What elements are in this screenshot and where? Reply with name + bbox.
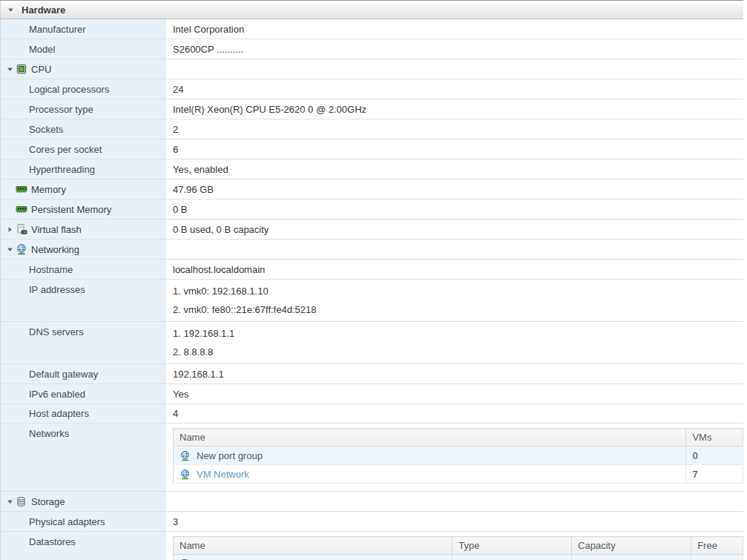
storage-section-label: Storage: [31, 496, 65, 507]
section-storage[interactable]: Storage: [1, 492, 743, 512]
memory-section-label: Memory: [31, 184, 66, 195]
datastores-column-header-name: Name: [174, 537, 453, 555]
model-label-cell: Model: [1, 39, 165, 59]
collapse-caret-icon[interactable]: [7, 246, 16, 253]
persistent-memory-value: 0 B: [173, 204, 188, 215]
collapse-caret-icon[interactable]: [7, 66, 16, 73]
row-physical-adapters: Physical adapters 3: [1, 512, 743, 532]
logical-processors-label-cell: Logical processors: [1, 79, 165, 99]
cpu-section-label: CPU: [31, 64, 51, 75]
row-manufacturer: Manufacturer Intel Corporation: [1, 19, 743, 39]
persistent-memory-section-label: Persistent Memory: [31, 204, 111, 215]
logical-processors-label: Logical processors: [29, 84, 109, 95]
processor-type-value: Intel(R) Xeon(R) CPU E5-2620 0 @ 2.00GHz: [173, 104, 366, 115]
row-processor-type: Processor type Intel(R) Xeon(R) CPU E5-2…: [1, 99, 743, 119]
default-gateway-value-cell: 192.168.1.1: [165, 364, 743, 383]
row-default-gateway: Default gateway 192.168.1.1: [1, 364, 743, 384]
networking-section-value: [165, 240, 743, 259]
dns-servers-value-cell: 1. 192.168.1.1 2. 8.8.8.8: [165, 322, 743, 363]
row-memory: Memory 47.96 GB: [1, 179, 743, 200]
physical-adapters-label: Physical adapters: [29, 516, 105, 527]
row-cores-per-socket: Cores per socket 6: [1, 139, 743, 159]
storage-disk-icon: [16, 495, 28, 507]
ip-address-line: 1. vmk0: 192.168.1.10: [173, 282, 743, 300]
networks-column-header-name: Name: [174, 429, 686, 447]
physical-adapters-label-cell: Physical adapters: [1, 512, 165, 531]
cores-per-socket-value: 6: [173, 144, 178, 155]
logical-processors-value: 24: [173, 84, 183, 95]
networks-column-header-vms: VMs: [686, 429, 743, 447]
manufacturer-value: Intel Corporation: [173, 24, 244, 35]
hostname-value-cell: localhost.localdomain: [165, 260, 743, 279]
section-cpu[interactable]: CPU: [1, 59, 743, 79]
virtual-flash-value: 0 B used, 0 B capacity: [173, 224, 269, 235]
processor-type-label: Processor type: [29, 104, 93, 115]
networks-table: Name VMs: [173, 428, 743, 484]
collapse-caret-icon[interactable]: [7, 498, 16, 505]
cpu-section-cell: CPU: [1, 59, 165, 79]
host-adapters-value: 4: [173, 408, 178, 419]
table-row: VM Network 7: [174, 465, 743, 484]
model-value: S2600CP ..........: [173, 44, 243, 55]
persistent-memory-icon: [16, 203, 28, 215]
logical-processors-value-cell: 24: [165, 79, 743, 99]
datastores-label-cell: Datastores: [1, 532, 165, 560]
default-gateway-label: Default gateway: [29, 369, 98, 380]
row-dns-servers: DNS servers 1. 192.168.1.1 2. 8.8.8.8: [1, 322, 743, 364]
row-model: Model S2600CP ..........: [1, 39, 743, 59]
port-group-globe-icon: [180, 449, 192, 461]
sockets-value: 2: [173, 124, 178, 135]
datastores-column-header-capacity: Capacity: [572, 537, 691, 555]
hostname-value: localhost.localdomain: [173, 264, 265, 275]
processor-type-label-cell: Processor type: [1, 99, 165, 119]
host-adapters-value-cell: 4: [165, 404, 743, 423]
hyperthreading-label: Hyperthreading: [29, 164, 95, 175]
manufacturer-label: Manufacturer: [29, 24, 86, 35]
sockets-value-cell: 2: [165, 119, 743, 139]
row-ipv6-enabled: IPv6 enabled Yes: [1, 384, 743, 404]
memory-value: 47.96 GB: [173, 184, 214, 195]
cores-per-socket-label: Cores per socket: [29, 144, 102, 155]
row-hyperthreading: Hyperthreading Yes, enabled: [1, 159, 743, 179]
section-networking[interactable]: Networking: [1, 240, 743, 260]
processor-type-value-cell: Intel(R) Xeon(R) CPU E5-2620 0 @ 2.00GHz: [165, 99, 743, 119]
virtual-flash-value-cell: 0 B used, 0 B capacity: [165, 220, 743, 239]
networking-globe-icon: [16, 243, 28, 255]
ip-addresses-label: IP addresses: [29, 284, 85, 295]
networking-section-cell: Networking: [1, 240, 165, 259]
row-virtual-flash[interactable]: Virtual flash 0 B used, 0 B capacity: [1, 220, 743, 240]
virtual-flash-icon: [16, 223, 28, 235]
networking-section-label: Networking: [31, 244, 79, 255]
row-persistent-memory: Persistent Memory 0 B: [1, 200, 743, 220]
dns-server-line: 2. 8.8.8.8: [173, 343, 743, 361]
virtual-flash-section-label: Virtual flash: [31, 224, 82, 235]
memory-label-cell: Memory: [1, 179, 165, 199]
persistent-memory-value-cell: 0 B: [165, 200, 743, 219]
hardware-section-header[interactable]: Hardware: [1, 1, 743, 19]
default-gateway-label-cell: Default gateway: [1, 364, 165, 383]
collapse-caret-icon: [7, 7, 16, 13]
hostname-label-cell: Hostname: [1, 260, 165, 279]
row-host-adapters: Host adapters 4: [1, 404, 743, 424]
cpu-section-value: [165, 59, 743, 79]
dns-servers-label: DNS servers: [29, 326, 84, 337]
hyperthreading-label-cell: Hyperthreading: [1, 159, 165, 179]
expand-caret-icon[interactable]: [7, 226, 16, 233]
networks-value-cell: Name VMs: [165, 424, 743, 491]
host-adapters-label: Host adapters: [29, 408, 89, 419]
datastores-table: Name Type Capacity Free: [173, 536, 743, 560]
cores-per-socket-value-cell: 6: [165, 139, 743, 159]
ipv6-enabled-label: IPv6 enabled: [29, 389, 85, 400]
row-logical-processors: Logical processors 24: [1, 79, 743, 99]
ipv6-enabled-value: Yes: [173, 389, 188, 400]
sockets-label: Sockets: [29, 124, 63, 135]
hardware-panel: Hardware Manufacturer Intel Corporation …: [0, 0, 743, 560]
hyperthreading-value-cell: Yes, enabled: [165, 159, 743, 179]
row-hostname: Hostname localhost.localdomain: [1, 260, 743, 280]
port-group-globe-icon: [180, 468, 192, 480]
datastores-label: Datastores: [29, 536, 76, 547]
network-link-vm-network[interactable]: VM Network: [197, 469, 249, 480]
network-link-new-port-group[interactable]: New port group: [197, 450, 263, 461]
host-adapters-label-cell: Host adapters: [1, 404, 165, 423]
default-gateway-value: 192.168.1.1: [173, 369, 224, 380]
